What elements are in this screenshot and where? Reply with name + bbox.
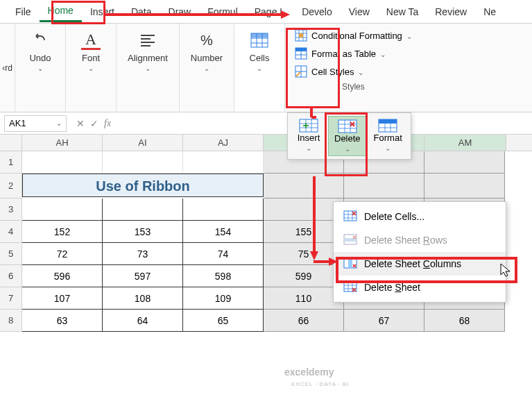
fx-button[interactable]: fx: [104, 118, 111, 129]
tab-newtab[interactable]: New Ta: [378, 2, 427, 22]
cell[interactable]: [424, 151, 505, 174]
delete-sheet-columns-menuitem[interactable]: Delete Sheet Columns: [334, 252, 506, 276]
cell[interactable]: 66: [264, 310, 344, 332]
row-header[interactable]: 4: [0, 221, 22, 243]
title-cell[interactable]: Use of Ribbon: [22, 174, 264, 197]
cell[interactable]: 598: [183, 265, 264, 287]
cell[interactable]: [264, 174, 344, 198]
undo-button[interactable]: Undo ⌄: [19, 28, 61, 75]
tab-draw[interactable]: Draw: [160, 2, 200, 22]
cell[interactable]: [183, 198, 264, 221]
delete-cells-icon: [343, 210, 357, 223]
tab-insert[interactable]: Insert: [82, 2, 123, 22]
font-button[interactable]: A Font ⌄: [70, 28, 112, 75]
tab-data[interactable]: Data: [123, 2, 160, 22]
chevron-down-icon: ⌄: [204, 65, 209, 72]
format-label: Format: [374, 133, 402, 143]
cell[interactable]: [424, 174, 505, 198]
cell[interactable]: 67: [344, 310, 424, 332]
cell[interactable]: [103, 198, 183, 221]
cell[interactable]: [22, 198, 103, 221]
cells-button[interactable]: Cells ⌄: [239, 28, 280, 75]
cell[interactable]: [264, 198, 344, 221]
cond-format-label: Conditional Formatting: [311, 31, 402, 41]
cancel-formula-button[interactable]: ✕: [76, 118, 85, 129]
cell[interactable]: 107: [22, 287, 103, 310]
cell[interactable]: 154: [183, 221, 264, 243]
alignment-button[interactable]: Alignment ⌄: [121, 28, 175, 75]
delete-sheet-menuitem[interactable]: Delete Sheet: [334, 276, 506, 299]
cell[interactable]: 596: [22, 265, 103, 287]
cell[interactable]: 597: [103, 265, 183, 287]
cell[interactable]: [344, 174, 424, 198]
tab-home[interactable]: Home: [40, 1, 82, 22]
cell[interactable]: 72: [22, 243, 103, 265]
cell[interactable]: 152: [22, 221, 103, 243]
delete-rows-icon: [343, 234, 357, 246]
col-header[interactable]: AI: [103, 135, 183, 151]
chevron-down-icon: ⌄: [88, 65, 94, 72]
cell[interactable]: [183, 151, 264, 174]
tab-file[interactable]: File: [7, 2, 40, 22]
confirm-formula-button[interactable]: ✓: [90, 118, 98, 129]
cell-styles-button[interactable]: Cell Styles⌄: [291, 62, 416, 81]
chevron-down-icon: ⌄: [37, 65, 43, 72]
row-header[interactable]: 3: [0, 198, 22, 221]
delete-sheet-rows-menuitem[interactable]: Delete Sheet Rows: [334, 228, 506, 252]
cell[interactable]: [22, 151, 103, 174]
styles-group: Conditional Formatting⌄ Format as Table⌄…: [285, 24, 422, 112]
row-header[interactable]: 6: [0, 265, 22, 287]
delete-sheet-label: Delete Sheet: [364, 282, 420, 293]
cell[interactable]: 75: [264, 243, 344, 265]
col-header[interactable]: AM: [424, 135, 506, 151]
chevron-down-icon[interactable]: ⌄: [56, 119, 62, 127]
tab-pagelayout[interactable]: Page L: [246, 2, 293, 22]
cell[interactable]: 599: [264, 265, 344, 287]
row-header[interactable]: 7: [0, 287, 22, 310]
cell[interactable]: 74: [183, 243, 264, 265]
conditional-formatting-button[interactable]: Conditional Formatting⌄: [291, 26, 416, 44]
cell[interactable]: 65: [183, 310, 264, 332]
cell[interactable]: 108: [103, 287, 183, 310]
number-button[interactable]: % Number ⌄: [184, 28, 230, 75]
cells-submenu: Insert ⌄ Delete ⌄ Format ⌄: [287, 112, 411, 160]
menubar: File Home Insert Data Draw Formul Page L…: [0, 0, 532, 24]
tab-developer[interactable]: Develo: [293, 2, 341, 22]
cell[interactable]: 155: [264, 221, 344, 243]
tab-view[interactable]: View: [341, 2, 378, 22]
delete-cells-menuitem[interactable]: Delete Cells...: [334, 205, 506, 228]
row-header[interactable]: 8: [0, 310, 22, 332]
col-header[interactable]: AH: [22, 135, 103, 151]
tab-review[interactable]: Review: [427, 2, 475, 22]
chevron-down-icon: ⌄: [385, 144, 391, 152]
cell[interactable]: 68: [424, 310, 505, 332]
select-all-corner[interactable]: [0, 135, 22, 151]
cell[interactable]: 64: [103, 310, 183, 332]
row-header[interactable]: 5: [0, 243, 22, 265]
undo-label: Undo: [29, 53, 51, 63]
cell[interactable]: 73: [103, 243, 183, 265]
formula-bar: AK1 ⌄ ✕ ✓ fx: [0, 112, 532, 135]
ribbon-scroll-left[interactable]: ‹rd: [0, 24, 15, 112]
cell[interactable]: 63: [22, 310, 103, 332]
cell-styles-icon: [295, 65, 307, 78]
cell[interactable]: 109: [183, 287, 264, 310]
cell[interactable]: 153: [103, 221, 183, 243]
cell[interactable]: [103, 151, 183, 174]
tab-formulas[interactable]: Formul: [199, 2, 246, 22]
svg-rect-1: [251, 33, 268, 37]
row-header[interactable]: 1: [0, 151, 22, 174]
cell[interactable]: 110: [264, 287, 344, 310]
format-cells-button[interactable]: Format ⌄: [368, 116, 408, 156]
col-header[interactable]: AJ: [183, 135, 264, 151]
row-header[interactable]: 2: [0, 174, 22, 198]
mouse-cursor-icon: [499, 262, 512, 281]
svg-rect-15: [348, 258, 352, 268]
delete-columns-icon: [343, 257, 357, 270]
format-as-table-button[interactable]: Format as Table⌄: [291, 44, 416, 62]
name-box[interactable]: AK1 ⌄: [4, 115, 67, 132]
delete-cells-button[interactable]: Delete ⌄: [328, 116, 367, 156]
delete-cells-label: Delete Cells...: [364, 211, 424, 222]
insert-cells-button[interactable]: Insert ⌄: [291, 116, 327, 156]
tab-overflow[interactable]: Ne: [475, 2, 504, 22]
